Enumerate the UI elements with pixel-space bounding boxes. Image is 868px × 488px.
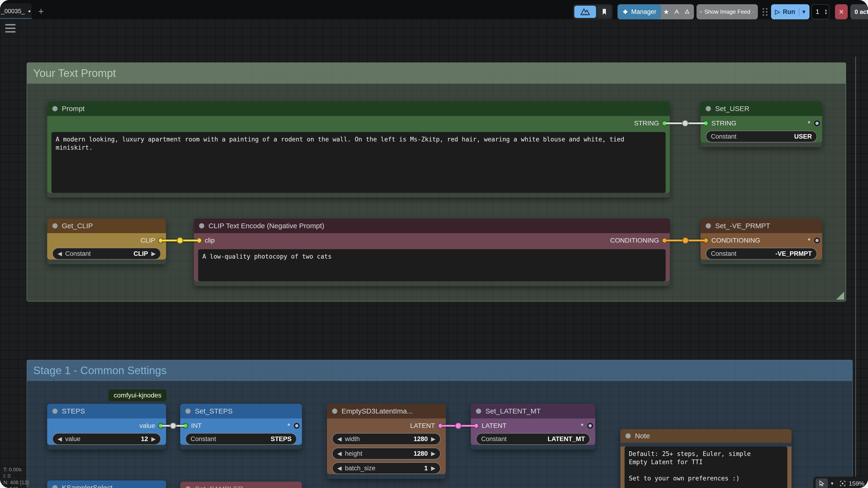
group-titlebar[interactable]: Your Text Prompt bbox=[27, 63, 846, 84]
wire-reroute-dot[interactable] bbox=[455, 422, 462, 429]
collapse-dot[interactable] bbox=[625, 433, 631, 438]
node-header[interactable]: STEPS bbox=[47, 404, 166, 418]
node-title: STEPS bbox=[62, 407, 85, 415]
pointer-tool-button[interactable] bbox=[816, 478, 828, 488]
node-header[interactable]: KSamplerSelect bbox=[47, 481, 166, 488]
widget-value: -VE_PRMPT bbox=[775, 250, 812, 257]
node-header[interactable]: Set_STEPS bbox=[180, 404, 302, 418]
comfyui-logo-button[interactable] bbox=[574, 6, 596, 18]
output-port-any[interactable] bbox=[294, 423, 300, 429]
node-steps[interactable]: STEPS value ◀ value 12 ▶ bbox=[47, 404, 166, 450]
widget-label: Constant bbox=[481, 435, 507, 443]
increment-arrow-icon[interactable]: ▶ bbox=[431, 436, 435, 442]
node-header[interactable]: Set_USER bbox=[701, 101, 822, 116]
toolbar-drag-handle-icon[interactable] bbox=[763, 8, 768, 16]
show-image-feed-button[interactable]: Show Image Feed bbox=[696, 4, 758, 19]
decrement-arrow-icon[interactable]: ◀ bbox=[337, 436, 342, 442]
run-button[interactable]: ▷ Run ▾ bbox=[771, 4, 809, 19]
workflow-gallery-icon[interactable] bbox=[672, 4, 682, 19]
node-ksampler-select[interactable]: KSamplerSelect bbox=[47, 481, 166, 488]
prompt-textarea[interactable]: A modern looking, luxury apartment room … bbox=[52, 132, 665, 193]
node-header[interactable]: Set_SAMPLER bbox=[180, 482, 302, 488]
node-note[interactable]: Note Default: 25+ steps, Euler, simple E… bbox=[620, 429, 792, 488]
queue-count-input[interactable]: 1 ▴ ▾ bbox=[811, 4, 829, 19]
nodes-map-icon[interactable] bbox=[682, 4, 692, 19]
queue-count-stepper[interactable]: ▴ ▾ bbox=[825, 8, 827, 15]
constant-combo-widget[interactable]: ◀ Constant CLIP ▶ bbox=[52, 248, 161, 260]
menu-toggle-icon[interactable] bbox=[5, 24, 16, 33]
node-header[interactable]: Note bbox=[620, 429, 792, 443]
width-widget[interactable]: ◀ width 1280 ▶ bbox=[332, 433, 441, 445]
node-prompt[interactable]: Prompt STRING A modern looking, luxury a… bbox=[47, 101, 670, 198]
group-titlebar[interactable]: Stage 1 - Common Settings bbox=[27, 360, 852, 381]
run-options-chevron-icon[interactable]: ▾ bbox=[799, 8, 805, 15]
wire-reroute-dot[interactable] bbox=[170, 422, 177, 429]
constant-widget[interactable]: Constant USER bbox=[706, 131, 817, 142]
wire-reroute-dot[interactable] bbox=[682, 120, 688, 127]
active-jobs-badge[interactable]: 0 acti bbox=[850, 4, 868, 19]
zoom-level[interactable]: 159% bbox=[849, 480, 865, 487]
batch-size-widget[interactable]: ◀ batch_size 1 ▶ bbox=[332, 462, 441, 474]
increment-arrow-icon[interactable]: ▶ bbox=[431, 465, 435, 471]
node-canvas[interactable]: Your Text Prompt Stage 1 - Common Settin… bbox=[0, 19, 868, 488]
tool-chevron-icon[interactable]: ▾ bbox=[831, 481, 833, 487]
height-widget[interactable]: ◀ height 1280 ▶ bbox=[332, 448, 441, 459]
puzzle-icon bbox=[622, 9, 628, 15]
workflow-tab[interactable]: _00035_ ● bbox=[0, 3, 32, 19]
manager-button[interactable]: Manager bbox=[618, 4, 661, 19]
collapse-dot[interactable] bbox=[52, 223, 58, 228]
stepper-down-icon[interactable]: ▾ bbox=[825, 12, 827, 15]
collapse-dot[interactable] bbox=[185, 409, 191, 414]
output-port-any[interactable] bbox=[814, 238, 820, 243]
fit-view-icon[interactable] bbox=[839, 480, 846, 487]
wire-reroute-dot[interactable] bbox=[177, 237, 183, 244]
node-header[interactable]: Set_-VE_PRMPT bbox=[701, 219, 822, 233]
bookmark-button[interactable] bbox=[597, 6, 611, 18]
widget-value: 1280 bbox=[413, 450, 428, 457]
value-number-widget[interactable]: ◀ value 12 ▶ bbox=[52, 433, 161, 445]
node-clip-text-encode-negative[interactable]: CLIP Text Encode (Negative Prompt) clip … bbox=[194, 219, 670, 286]
decrement-arrow-icon[interactable]: ◀ bbox=[58, 436, 62, 442]
wire-reroute-dot[interactable] bbox=[682, 237, 689, 244]
node-set-ve-prmpt[interactable]: Set_-VE_PRMPT CONDITIONING * Constant -V… bbox=[701, 219, 822, 264]
decrement-arrow-icon[interactable]: ◀ bbox=[337, 465, 342, 471]
node-header[interactable]: EmptySD3LatentIma... bbox=[327, 404, 446, 418]
node-set-steps[interactable]: Set_STEPS INT * Constant STEPS bbox=[180, 404, 302, 450]
negative-prompt-textarea[interactable]: A low-quality photocopy of two cats bbox=[198, 249, 665, 281]
node-header[interactable]: Set_LATENT_MT bbox=[471, 404, 595, 418]
group-resize-handle[interactable] bbox=[836, 292, 844, 300]
collapse-dot[interactable] bbox=[52, 409, 58, 414]
collapse-dot[interactable] bbox=[706, 223, 711, 228]
node-get-clip[interactable]: Get_CLIP CLIP ◀ Constant CLIP ▶ bbox=[47, 219, 166, 264]
collapse-dot[interactable] bbox=[185, 486, 191, 488]
node-set-user[interactable]: Set_USER STRING * Constant USER bbox=[701, 101, 822, 147]
node-header[interactable]: Prompt bbox=[47, 101, 670, 116]
node-set-latent-mt[interactable]: Set_LATENT_MT LATENT * Constant LATENT_M… bbox=[471, 404, 595, 450]
decrement-arrow-icon[interactable]: ◀ bbox=[337, 450, 342, 457]
output-port-any[interactable] bbox=[814, 121, 820, 126]
constant-widget[interactable]: Constant STEPS bbox=[185, 433, 297, 445]
new-tab-button[interactable]: + bbox=[35, 5, 47, 18]
combo-left-arrow-icon[interactable]: ◀ bbox=[58, 250, 62, 257]
collapse-dot[interactable] bbox=[199, 223, 204, 228]
combo-right-arrow-icon[interactable]: ▶ bbox=[151, 250, 156, 257]
note-textarea[interactable]: Default: 25+ steps, Euler, simple Empty … bbox=[625, 447, 787, 488]
constant-widget[interactable]: Constant LATENT_MT bbox=[476, 433, 590, 445]
collapse-dot[interactable] bbox=[476, 409, 481, 414]
node-set-sampler[interactable]: Set_SAMPLER bbox=[180, 482, 302, 488]
node-header[interactable]: CLIP Text Encode (Negative Prompt) bbox=[194, 219, 670, 233]
cancel-button[interactable]: × bbox=[835, 4, 848, 19]
collapse-dot[interactable] bbox=[332, 409, 337, 414]
share-icon[interactable] bbox=[692, 4, 694, 19]
collapse-dot[interactable] bbox=[52, 485, 58, 488]
node-empty-sd3-latent[interactable]: EmptySD3LatentIma... LATENT ◀ width 1280… bbox=[327, 404, 446, 479]
output-port-any[interactable] bbox=[587, 423, 593, 429]
favorites-star-icon[interactable]: ★ bbox=[661, 4, 672, 19]
collapse-dot[interactable] bbox=[52, 106, 58, 111]
increment-arrow-icon[interactable]: ▶ bbox=[431, 450, 435, 457]
node-header[interactable]: Get_CLIP bbox=[47, 219, 166, 233]
output-label-value: value bbox=[140, 422, 155, 429]
constant-widget[interactable]: Constant -VE_PRMPT bbox=[706, 248, 817, 260]
collapse-dot[interactable] bbox=[706, 106, 711, 111]
increment-arrow-icon[interactable]: ▶ bbox=[151, 436, 156, 442]
